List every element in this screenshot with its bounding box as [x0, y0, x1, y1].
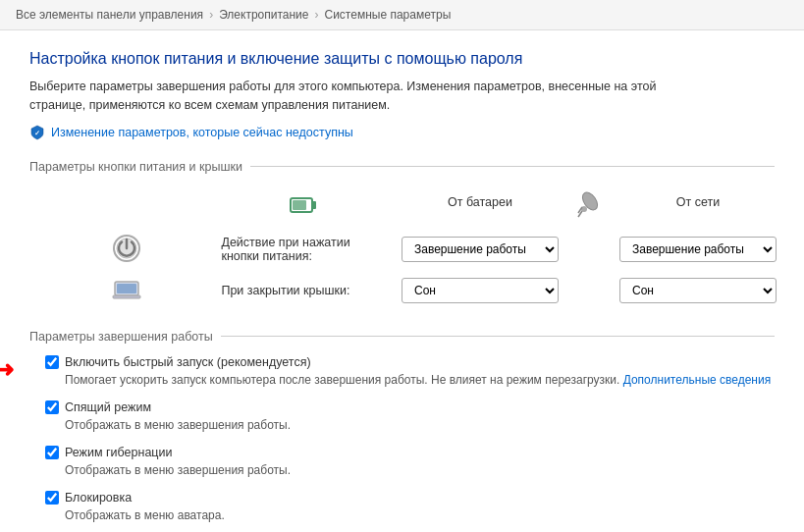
sleep-mode-label[interactable]: Спящий режим	[65, 400, 151, 414]
hibernate-checkbox[interactable]	[45, 446, 59, 459]
power-button-icon	[112, 234, 141, 263]
sleep-mode-checkbox[interactable]	[45, 400, 59, 414]
battery-icon	[289, 191, 318, 219]
power-button-row: Действие при нажатии кнопки питания: Зав…	[39, 228, 784, 272]
shutdown-section-header: Параметры завершения работы	[29, 330, 775, 344]
power-button-label: Действие при нажатии кнопки питания:	[213, 228, 394, 272]
lid-close-network-dropdown[interactable]: Сон Гибернация Ничего не делать Завершен…	[619, 278, 777, 303]
hibernate-desc: Отображать в меню завершения работы.	[65, 461, 775, 479]
change-link-row: ✓ Изменение параметров, которые сейчас н…	[29, 125, 775, 140]
shutdown-options-group: ➜ Включить быстрый запуск (рекомендуется…	[45, 355, 775, 524]
fast-startup-desc-text: Помогает ускорить запуск компьютера посл…	[65, 373, 619, 387]
hibernate-label[interactable]: Режим гибернации	[65, 446, 172, 459]
power-buttons-section: Параметры кнопки питания и крышки От бат…	[29, 160, 775, 310]
fast-startup-item: ➜ Включить быстрый запуск (рекомендуется…	[45, 355, 775, 389]
main-content: Настройка кнопок питания и включение защ…	[0, 30, 804, 532]
red-arrow: ➜	[0, 357, 14, 383]
hibernate-item: Режим гибернации Отображать в меню завер…	[45, 446, 775, 479]
fast-startup-desc: Помогает ускорить запуск компьютера посл…	[65, 371, 775, 389]
svg-rect-12	[117, 284, 136, 293]
lid-close-battery-cell[interactable]: Сон Гибернация Ничего не делать Завершен…	[394, 272, 566, 310]
lid-icon	[112, 278, 141, 301]
power-button-battery-cell[interactable]: Завершение работы Сон Гибернация Ничего …	[394, 228, 566, 272]
breadcrumb-item-3: Системные параметры	[325, 8, 452, 22]
power-button-battery-dropdown[interactable]: Завершение работы Сон Гибернация Ничего …	[402, 237, 559, 262]
page-title: Настройка кнопок питания и включение защ…	[29, 50, 775, 68]
sleep-mode-row: Спящий режим	[45, 400, 775, 414]
network-icon	[574, 191, 604, 219]
lid-close-battery-dropdown[interactable]: Сон Гибернация Ничего не делать Завершен…	[402, 278, 559, 303]
hibernate-row: Режим гибернации	[45, 446, 775, 459]
battery-column-header: От батареи	[394, 186, 566, 228]
additional-info-link[interactable]: Дополнительные сведения	[623, 373, 771, 387]
lid-close-label: При закрытии крышки:	[213, 272, 394, 310]
breadcrumb-item-1[interactable]: Все элементы панели управления	[16, 8, 203, 22]
breadcrumb: Все элементы панели управления › Электро…	[0, 0, 804, 30]
breadcrumb-item-2[interactable]: Электропитание	[219, 8, 308, 22]
sleep-mode-item: Спящий режим Отображать в меню завершени…	[45, 400, 775, 434]
svg-rect-3	[293, 200, 306, 210]
breadcrumb-separator-2: ›	[315, 8, 319, 22]
power-button-network-dropdown[interactable]: Завершение работы Сон Гибернация Ничего …	[619, 237, 777, 262]
svg-rect-13	[113, 295, 140, 298]
fast-startup-checkbox[interactable]	[45, 355, 59, 369]
fast-startup-label[interactable]: Включить быстрый запуск (рекомендуется)	[65, 355, 311, 369]
page-description: Выберите параметры завершения работы для…	[29, 78, 697, 115]
svg-text:✓: ✓	[34, 130, 40, 136]
shield-icon: ✓	[29, 125, 45, 140]
svg-rect-2	[312, 201, 316, 209]
power-buttons-table: От батареи От сети	[39, 186, 784, 310]
lid-close-network-cell[interactable]: Сон Гибернация Ничего не делать Завершен…	[612, 272, 784, 310]
sleep-mode-desc: Отображать в меню завершения работы.	[65, 416, 775, 434]
lid-close-row: При закрытии крышки: Сон Гибернация Ниче…	[39, 272, 784, 310]
shutdown-section: Параметры завершения работы ➜ Включить б…	[29, 330, 775, 524]
lock-label[interactable]: Блокировка	[65, 491, 132, 505]
lock-checkbox[interactable]	[45, 491, 59, 505]
lock-desc: Отображать в меню аватара.	[65, 506, 775, 524]
change-params-link[interactable]: Изменение параметров, которые сейчас нед…	[51, 126, 353, 139]
breadcrumb-separator-1: ›	[209, 8, 213, 22]
lock-row: Блокировка	[45, 491, 775, 505]
fast-startup-row: Включить быстрый запуск (рекомендуется)	[45, 355, 775, 369]
power-button-network-cell[interactable]: Завершение работы Сон Гибернация Ничего …	[612, 228, 784, 272]
network-column-header: От сети	[612, 186, 784, 228]
power-buttons-section-header: Параметры кнопки питания и крышки	[29, 160, 775, 174]
lock-item: Блокировка Отображать в меню аватара.	[45, 491, 775, 524]
